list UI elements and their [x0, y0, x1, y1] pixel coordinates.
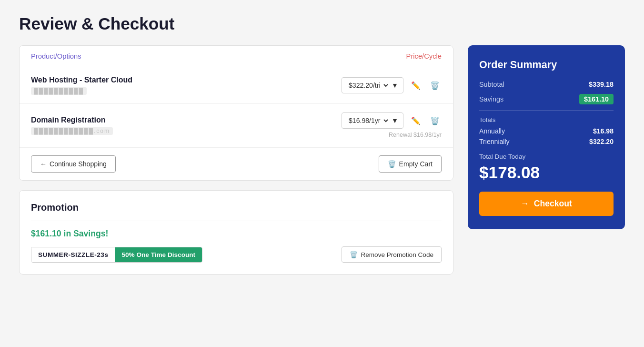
- edit-web-hosting-button[interactable]: ✏️: [409, 79, 423, 92]
- cart-item-name-domain: Domain Registration: [31, 116, 342, 124]
- price-cycle-row-domain: $16.98/1yr ▼ ✏️ 🗑️: [342, 112, 442, 129]
- trash-icon: 🗑️: [388, 160, 396, 168]
- main-layout: Product/Options Price/Cycle Web Hosting …: [19, 45, 625, 275]
- total-due-label: Total Due Today: [479, 153, 614, 160]
- empty-cart-label: Empty Cart: [399, 160, 433, 168]
- empty-cart-button[interactable]: 🗑️ Empty Cart: [379, 155, 442, 173]
- delete-web-hosting-button[interactable]: 🗑️: [428, 79, 442, 92]
- cart-header: Product/Options Price/Cycle: [20, 46, 453, 67]
- page-title: Review & Checkout: [19, 14, 625, 33]
- triennially-label: Triennially: [479, 138, 510, 145]
- arrow-right-icon: →: [521, 199, 529, 209]
- order-summary: Order Summary Subtotal $339.18 Savings $…: [468, 45, 625, 229]
- continue-shopping-label: Continue Shopping: [50, 160, 107, 168]
- web-hosting-price-select-wrapper[interactable]: $322.20/tri $516.98/yr ▼: [342, 77, 403, 93]
- cart-header-product: Product/Options: [31, 52, 406, 60]
- total-due-amount: $178.08: [479, 163, 614, 182]
- subtotal-label: Subtotal: [479, 81, 504, 88]
- continue-shopping-button[interactable]: ← Continue Shopping: [31, 155, 116, 173]
- annually-value: $16.98: [593, 127, 614, 135]
- web-hosting-price-select[interactable]: $322.20/tri $516.98/yr: [347, 81, 390, 90]
- subtotal-value: $339.18: [589, 81, 614, 88]
- cart-item-sub-web-hosting: ██████████: [31, 87, 87, 95]
- cart-item-info-domain: Domain Registration ████████████.com: [31, 116, 342, 135]
- edit-domain-button[interactable]: ✏️: [409, 114, 423, 127]
- promotion-code-row: SUMMER-SIZZLE-23s 50% One Time Discount …: [31, 246, 442, 263]
- checkout-label: Checkout: [534, 199, 572, 209]
- delete-domain-button[interactable]: 🗑️: [428, 114, 442, 127]
- cart-item-domain-registration: Domain Registration ████████████.com $16…: [20, 104, 453, 147]
- totals-row-triennially: Triennially $322.20: [479, 138, 614, 145]
- summary-row-subtotal: Subtotal $339.18: [479, 81, 614, 88]
- cart-item-right-web-hosting: $322.20/tri $516.98/yr ▼ ✏️ 🗑️: [342, 77, 442, 93]
- domain-price-select-wrapper[interactable]: $16.98/1yr ▼: [342, 112, 403, 129]
- triennially-value: $322.20: [589, 138, 614, 145]
- annually-label: Annually: [479, 127, 505, 135]
- summary-divider: [479, 110, 614, 111]
- cart-item-right-domain: $16.98/1yr ▼ ✏️ 🗑️ Renewal $16.98/1yr: [342, 112, 442, 138]
- remove-promotion-button[interactable]: 🗑️ Remove Promotion Code: [342, 246, 442, 263]
- promotion-code-badge: SUMMER-SIZZLE-23s 50% One Time Discount: [31, 247, 202, 263]
- remove-promotion-label: Remove Promotion Code: [361, 251, 433, 258]
- chevron-down-icon: ▼: [392, 82, 398, 89]
- price-cycle-row-web-hosting: $322.20/tri $516.98/yr ▼ ✏️ 🗑️: [342, 77, 442, 93]
- arrow-left-icon: ←: [40, 160, 47, 168]
- cart-actions: ← Continue Shopping 🗑️ Empty Cart: [20, 147, 453, 180]
- checkout-button[interactable]: → Checkout: [479, 192, 614, 216]
- savings-label: Savings: [479, 95, 503, 103]
- promotion-savings: $161.10 in Savings!: [31, 229, 442, 239]
- totals-row-annually: Annually $16.98: [479, 127, 614, 135]
- order-summary-title: Order Summary: [479, 59, 614, 71]
- cart-item-info-web-hosting: Web Hosting - Starter Cloud ██████████: [31, 76, 342, 95]
- cart-item-web-hosting: Web Hosting - Starter Cloud ██████████ $…: [20, 67, 453, 104]
- promotion-divider: [31, 221, 442, 221]
- promotion-discount-label: 50% One Time Discount: [115, 247, 202, 262]
- trash-icon-promo: 🗑️: [350, 251, 358, 258]
- summary-row-savings: Savings $161.10: [479, 94, 614, 104]
- domain-renewal-note: Renewal $16.98/1yr: [389, 132, 442, 138]
- left-panel: Product/Options Price/Cycle Web Hosting …: [19, 45, 453, 275]
- promotion-savings-text-label: in Savings!: [64, 229, 109, 238]
- cart-card: Product/Options Price/Cycle Web Hosting …: [19, 45, 453, 181]
- chevron-down-icon: ▼: [392, 117, 398, 124]
- promotion-title: Promotion: [31, 202, 442, 213]
- domain-price-select[interactable]: $16.98/1yr: [347, 116, 390, 125]
- savings-badge: $161.10: [579, 94, 614, 104]
- cart-header-price: Price/Cycle: [406, 52, 442, 60]
- promotion-savings-amount: $161.10: [31, 229, 61, 238]
- totals-label: Totals: [479, 116, 614, 123]
- cart-item-name-web-hosting: Web Hosting - Starter Cloud: [31, 76, 342, 84]
- promotion-card: Promotion $161.10 in Savings! SUMMER-SIZ…: [19, 190, 453, 275]
- promotion-code-text: SUMMER-SIZZLE-23s: [31, 247, 115, 262]
- cart-item-sub-domain: ████████████.com: [31, 127, 113, 135]
